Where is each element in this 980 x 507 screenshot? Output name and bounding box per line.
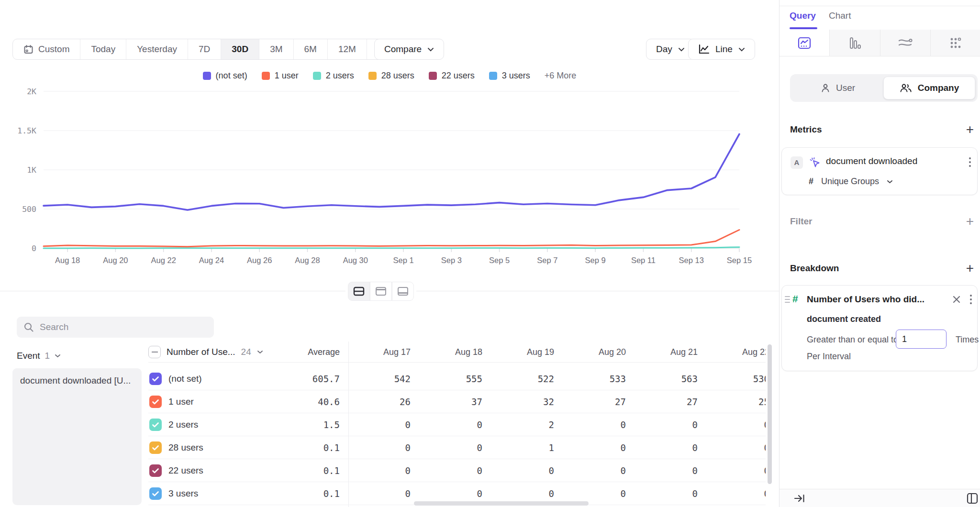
- drag-handle-icon[interactable]: [785, 296, 790, 303]
- breakdown-event: document created: [807, 314, 881, 324]
- data-cell: 27: [626, 390, 698, 413]
- add-metric-button[interactable]: +: [963, 123, 977, 137]
- series-label: 22 users: [168, 459, 203, 482]
- side-panel-layout-icon[interactable]: [966, 492, 979, 505]
- panel-bottom-bar: [780, 489, 980, 507]
- tab-query[interactable]: Query: [790, 11, 816, 21]
- breakdown-value-input[interactable]: [896, 330, 947, 349]
- measure-label: Unique Groups: [821, 176, 879, 187]
- kebab-menu-icon[interactable]: [969, 156, 971, 168]
- svg-text:Sep 13: Sep 13: [679, 256, 704, 265]
- horizontal-scrollbar[interactable]: [414, 501, 589, 506]
- collapse-panel-icon[interactable]: [794, 493, 805, 504]
- vertical-scrollbar[interactable]: [768, 344, 772, 484]
- chart-type-dropdown[interactable]: Line: [688, 39, 755, 60]
- tab-pathfinder[interactable]: [880, 30, 930, 56]
- data-cell: 542: [339, 367, 411, 390]
- search-icon: [23, 322, 34, 332]
- interval-label: Day: [656, 44, 672, 55]
- search-input[interactable]: [40, 322, 198, 332]
- svg-text:2K: 2K: [27, 87, 36, 96]
- svg-text:Aug 18: Aug 18: [55, 256, 80, 265]
- series-label: (not set): [168, 367, 202, 390]
- chevron-down-icon[interactable]: [257, 350, 263, 354]
- metric-badge: A: [791, 156, 803, 169]
- dots-grid-icon: [949, 36, 962, 50]
- number-property-icon: #: [792, 293, 798, 305]
- top-panel-icon: [375, 287, 387, 296]
- table-row: 2 users1.5002000: [148, 413, 766, 436]
- layout-split-button[interactable]: [348, 282, 370, 301]
- line-chart[interactable]: 05001K1.5K2KAug 18Aug 20Aug 22Aug 24Aug …: [0, 62, 779, 268]
- tab-retention[interactable]: [930, 30, 980, 56]
- data-cell: 0: [482, 459, 554, 482]
- svg-text:Sep 3: Sep 3: [441, 256, 462, 265]
- data-cell: 0: [554, 413, 626, 436]
- date-range-group: CustomTodayYesterday7D30D3M6M12MXTD: [12, 39, 418, 60]
- data-cell: 0: [626, 413, 698, 436]
- tab-chart[interactable]: Chart: [829, 11, 851, 21]
- data-cell: 2: [482, 413, 554, 436]
- table-row: 22 users0.1000000: [148, 459, 766, 482]
- breakdown-card[interactable]: # Number of Users who did... document cr…: [781, 285, 978, 371]
- user-icon: [821, 83, 830, 93]
- data-cell: 533: [554, 367, 626, 390]
- table-row: 28 users0.1001000: [148, 436, 766, 459]
- layout-table-only-button[interactable]: [392, 282, 414, 301]
- series-checkbox[interactable]: [149, 373, 162, 385]
- range-yesterday-button[interactable]: Yesterday: [126, 39, 188, 59]
- svg-text:Sep 9: Sep 9: [585, 256, 606, 265]
- interval-dropdown[interactable]: Day: [646, 39, 695, 60]
- add-filter-button[interactable]: +: [963, 215, 977, 229]
- range-12m-button[interactable]: 12M: [327, 39, 367, 59]
- metric-measure[interactable]: # Unique Groups: [809, 176, 893, 187]
- svg-text:Sep 11: Sep 11: [631, 256, 656, 265]
- event-column-header[interactable]: Event 1: [17, 345, 61, 366]
- series-checkbox[interactable]: [149, 487, 162, 500]
- series-checkbox[interactable]: [149, 464, 162, 477]
- search-box[interactable]: [17, 317, 214, 338]
- svg-text:Aug 28: Aug 28: [295, 256, 320, 265]
- kebab-menu-icon[interactable]: [969, 294, 972, 305]
- add-breakdown-button[interactable]: +: [963, 262, 977, 276]
- line-chart-box-icon: [797, 36, 812, 50]
- data-cell: 0: [626, 482, 698, 505]
- average-column-header: Average: [268, 342, 340, 363]
- data-cell: 530: [698, 367, 766, 390]
- average-value: 40.6: [268, 390, 340, 413]
- tab-segmentation[interactable]: [780, 30, 829, 56]
- bottom-panel-icon: [397, 287, 409, 296]
- metric-card[interactable]: A document downloaded # Unique Groups: [781, 147, 978, 195]
- range-7d-button[interactable]: 7D: [188, 39, 221, 59]
- chevron-down-icon: [427, 47, 434, 52]
- date-column-header: Aug 21: [626, 342, 698, 363]
- data-cell: 555: [411, 367, 482, 390]
- series-checkbox[interactable]: [149, 396, 162, 408]
- data-cell: 0: [698, 482, 766, 505]
- range-label: 12M: [338, 44, 356, 55]
- range-3m-button[interactable]: 3M: [259, 39, 293, 59]
- series-checkbox[interactable]: [149, 441, 162, 454]
- toggle-company[interactable]: Company: [883, 77, 975, 99]
- table-header-row: Number of Use... 24 Average Aug 17Aug 18…: [148, 342, 766, 363]
- data-cell: 32: [482, 390, 554, 413]
- select-all-checkbox[interactable]: [148, 346, 161, 358]
- chart-kind-tabs: [780, 30, 980, 56]
- breakdown-heading: Breakdown: [790, 263, 839, 274]
- flow-paths-icon: [898, 37, 913, 49]
- range-6m-button[interactable]: 6M: [293, 39, 327, 59]
- series-checkbox[interactable]: [149, 419, 162, 431]
- range-today-button[interactable]: Today: [80, 39, 126, 59]
- date-column-header: Aug 22: [698, 342, 766, 363]
- range-30d-button[interactable]: 30D: [221, 39, 259, 59]
- average-value: 1.5: [268, 413, 340, 436]
- close-icon[interactable]: [952, 295, 961, 304]
- layout-chart-only-button[interactable]: [370, 282, 392, 301]
- event-row-label[interactable]: document downloaded [U...: [12, 368, 142, 505]
- compare-button[interactable]: Compare: [374, 39, 444, 60]
- range-custom-button[interactable]: Custom: [13, 39, 80, 59]
- data-cell: 0: [411, 413, 482, 436]
- svg-text:Aug 24: Aug 24: [199, 256, 224, 265]
- toggle-user[interactable]: User: [792, 77, 883, 99]
- tab-bar-chart[interactable]: [829, 30, 880, 56]
